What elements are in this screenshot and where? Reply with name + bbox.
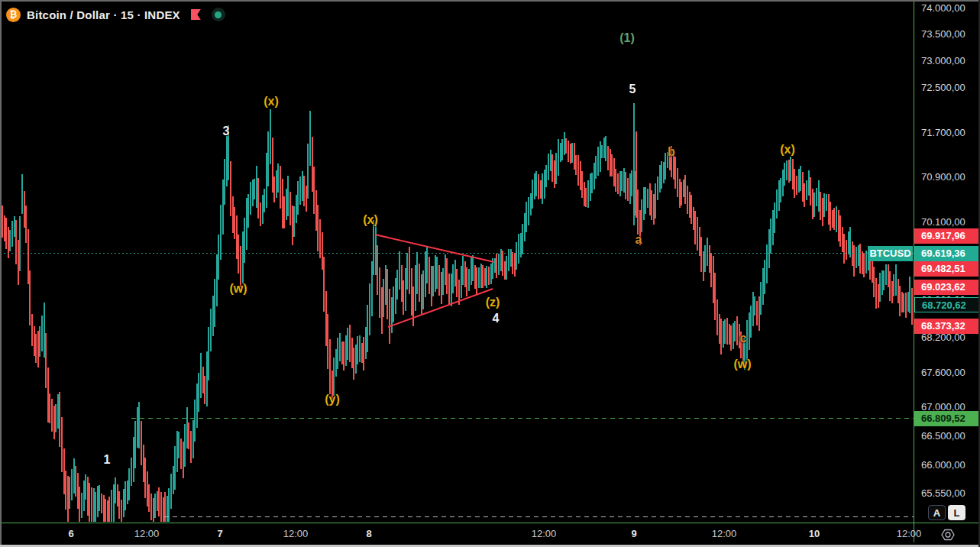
price-label-chip: 69.023,62 <box>914 280 980 295</box>
wave-label-w[interactable]: (w) <box>229 282 247 296</box>
wave-label-c[interactable]: c <box>740 332 747 345</box>
market-status-icon[interactable] <box>212 8 225 21</box>
window-border-left <box>0 0 2 547</box>
symbol-price-badge: BTCUSD <box>868 246 913 261</box>
time-tick: 7 <box>217 528 222 539</box>
time-tick: 12:00 <box>283 528 309 539</box>
wave-label-3[interactable]: 3 <box>223 125 230 138</box>
price-tick: 70.900,00 <box>921 171 965 183</box>
time-tick: 12:00 <box>532 528 557 539</box>
price-label-chip: 68.373,32 <box>914 319 980 334</box>
price-label-chip: 68.720,62 <box>914 297 980 312</box>
time-tick: 8 <box>366 528 371 539</box>
candle-bar <box>911 288 913 325</box>
price-label-chip: 69.917,96 <box>914 228 980 244</box>
price-tick: 66.000,00 <box>921 459 965 471</box>
price-label-chip: 66.809,52 <box>914 411 980 426</box>
symbol-title[interactable]: Bitcoin / Dollar · 15 · INDEX <box>27 8 180 21</box>
wave-label-b[interactable]: b <box>668 145 675 159</box>
price-tick: 73.500,00 <box>921 28 965 40</box>
auto-scale-button[interactable]: A <box>928 505 946 520</box>
price-tick: 65.550,00 <box>921 487 965 499</box>
price-tick: 71.700,00 <box>921 127 965 138</box>
wave-label-a[interactable]: a <box>636 233 642 247</box>
candles-layer <box>0 0 914 523</box>
time-axis[interactable]: 612:00712:00812:00912:001012:00 <box>0 523 980 545</box>
time-tick: 12:00 <box>134 528 160 539</box>
symbol-header: ₿ Bitcoin / Dollar · 15 · INDEX <box>6 6 225 23</box>
price-tick: 74.000,00 <box>921 2 965 14</box>
time-tick: 6 <box>68 528 73 539</box>
wave-label-x[interactable]: (x) <box>363 213 378 227</box>
price-axis[interactable]: 74.000,0073.500,0073.000,0072.500,0071.7… <box>914 0 980 523</box>
wave-label-5[interactable]: 5 <box>629 83 636 96</box>
time-tick: 9 <box>631 528 636 539</box>
log-scale-button[interactable]: L <box>948 505 965 520</box>
support-line-dashed[interactable] <box>131 418 914 419</box>
wave-label-1[interactable]: (1) <box>619 31 635 45</box>
wave-label-1[interactable]: 1 <box>104 453 111 467</box>
time-tick: 12:00 <box>897 528 922 539</box>
price-label-chip: 69.482,51 <box>914 261 980 277</box>
chart-window: (1)53(x)(w)(y)(x)(z)41abc(w)(x) 74.000,0… <box>0 0 980 547</box>
price-tick: 70.100,00 <box>921 216 965 228</box>
price-tick: 67.600,00 <box>921 367 965 378</box>
wave-label-x[interactable]: (x) <box>264 95 279 108</box>
bitcoin-icon: ₿ <box>6 8 21 22</box>
flag-icon[interactable] <box>191 9 201 20</box>
candle-bar-spike <box>633 103 635 225</box>
price-tick: 73.000,00 <box>921 55 965 66</box>
low-line-dashed[interactable] <box>164 516 914 517</box>
price-label-chip: 69.619,36 <box>914 246 980 261</box>
time-tick: 10 <box>809 528 820 539</box>
candle-bar-spike <box>636 131 637 218</box>
wave-label-w[interactable]: (w) <box>733 358 751 371</box>
settings-gear-icon[interactable] <box>940 527 956 542</box>
wave-label-y[interactable]: (y) <box>325 393 340 406</box>
price-tick: 66.500,00 <box>921 430 965 442</box>
wave-label-x[interactable]: (x) <box>780 143 795 157</box>
candle-bar <box>19 216 21 271</box>
price-tick: 72.500,00 <box>921 82 965 93</box>
wave-label-z[interactable]: (z) <box>486 296 500 309</box>
chart-pane[interactable]: (1)53(x)(w)(y)(x)(z)41abc(w)(x) <box>0 0 914 523</box>
wave-label-4[interactable]: 4 <box>493 312 500 325</box>
time-tick: 12:00 <box>712 528 737 539</box>
window-border-top <box>0 0 980 2</box>
status-dot-inner <box>215 11 222 18</box>
